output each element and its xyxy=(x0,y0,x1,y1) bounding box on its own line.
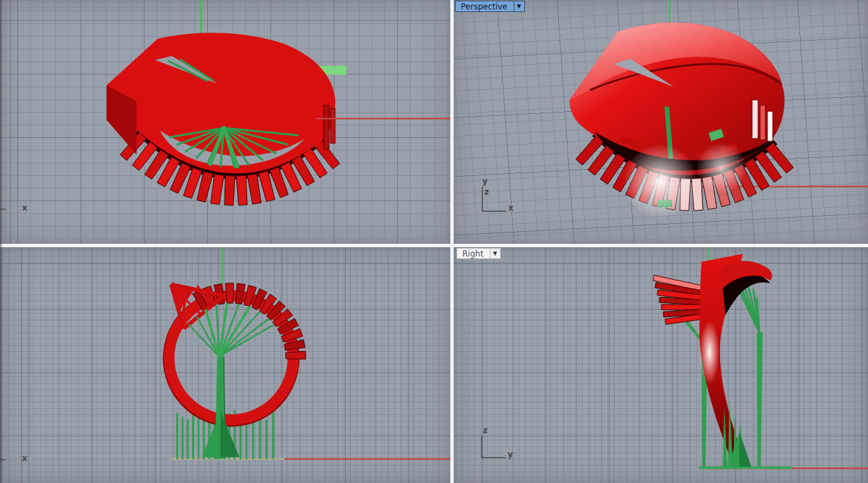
viewport-menu-arrow-icon[interactable]: ▼ xyxy=(514,1,524,11)
specular-highlight xyxy=(696,143,747,193)
viewport-front[interactable]: x xyxy=(0,247,450,483)
left-wing-slats[interactable] xyxy=(653,275,703,324)
axis-gizmo: z y xyxy=(479,427,520,466)
viewport-splitter-horizontal[interactable] xyxy=(0,244,868,247)
viewport-title-perspective[interactable]: Perspective ▼ xyxy=(455,1,525,12)
support-post-right xyxy=(757,332,763,467)
axis-label-z: z xyxy=(484,187,489,197)
top-view-model[interactable] xyxy=(0,0,450,244)
axis-label-y: y xyxy=(508,450,513,459)
viewport-menu-arrow-icon[interactable]: ▼ xyxy=(490,248,500,258)
axis-label-x: x xyxy=(22,203,27,213)
viewport-title-text[interactable]: Right xyxy=(457,248,490,258)
viewport-title-text[interactable]: Perspective xyxy=(456,1,514,11)
viewport-top[interactable]: x xyxy=(0,0,450,244)
specular-highlight xyxy=(699,320,719,384)
axis-label-x: x xyxy=(22,454,27,463)
cad-workspace: x xyxy=(0,0,868,483)
axis-label-y: y xyxy=(482,177,488,186)
viewport-splitter-vertical[interactable] xyxy=(450,0,454,483)
right-edge-slabs xyxy=(324,105,335,149)
axis-label-z: z xyxy=(483,426,488,435)
baseline xyxy=(699,468,868,468)
specular-highlight xyxy=(623,144,697,219)
support-cone-shade xyxy=(739,432,751,467)
left-edge-shadow xyxy=(0,0,3,483)
axis-gizmo: x xyxy=(0,202,33,215)
front-view-model[interactable] xyxy=(0,247,450,483)
axis-gizmo: x xyxy=(0,454,33,467)
axis-gizmo: y z x xyxy=(480,178,521,217)
viewport-perspective[interactable]: Perspective ▼ y z x xyxy=(454,0,868,244)
viewport-title-right[interactable]: Right ▼ xyxy=(456,248,501,259)
viewport-right[interactable]: Right ▼ z y xyxy=(454,247,868,483)
axis-label-x: x xyxy=(508,203,514,213)
